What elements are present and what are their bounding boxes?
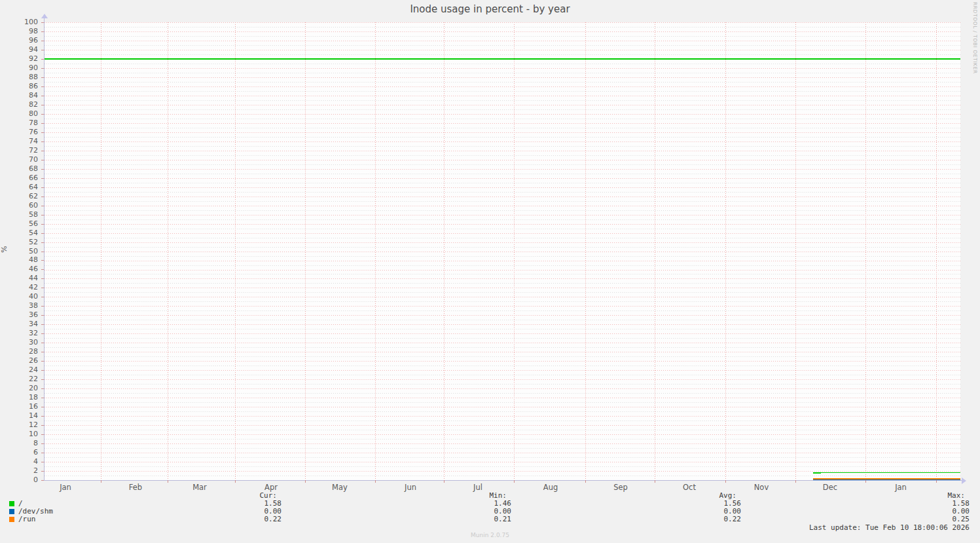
- legend-row: /1.581.461.561.58: [0, 500, 980, 508]
- legend-value: 1.58: [0, 500, 970, 508]
- x-axis-tick: [235, 480, 236, 483]
- last-update-text: Last update: Tue Feb 10 18:00:06 2026: [0, 523, 970, 532]
- x-axis-tick: [168, 480, 168, 483]
- x-axis-tick: [936, 480, 937, 483]
- munin-version-text: Munin 2.0.75: [0, 532, 980, 538]
- x-axis-tick: [655, 480, 655, 483]
- x-axis-tick: [865, 480, 866, 483]
- x-axis-tick: [101, 480, 101, 483]
- legend-row: /dev/shm0.000.000.000.00: [0, 508, 980, 515]
- legend: Cur:Min:Avg:Max:/1.581.461.561.58/dev/sh…: [0, 0, 980, 543]
- x-axis-tick: [585, 480, 586, 483]
- x-axis-tick: [514, 480, 515, 483]
- x-axis-tick: [725, 480, 726, 483]
- legend-header: Max:: [0, 492, 965, 500]
- x-axis-tick: [444, 480, 445, 483]
- x-axis-tick: [375, 480, 376, 483]
- legend-header-row: Cur:Min:Avg:Max:: [0, 492, 980, 500]
- legend-value: 0.25: [0, 515, 970, 523]
- legend-value: 0.00: [0, 508, 970, 515]
- x-axis-tick: [305, 480, 306, 483]
- x-axis-tick: [795, 480, 796, 483]
- legend-row: /run0.220.210.220.25: [0, 515, 980, 523]
